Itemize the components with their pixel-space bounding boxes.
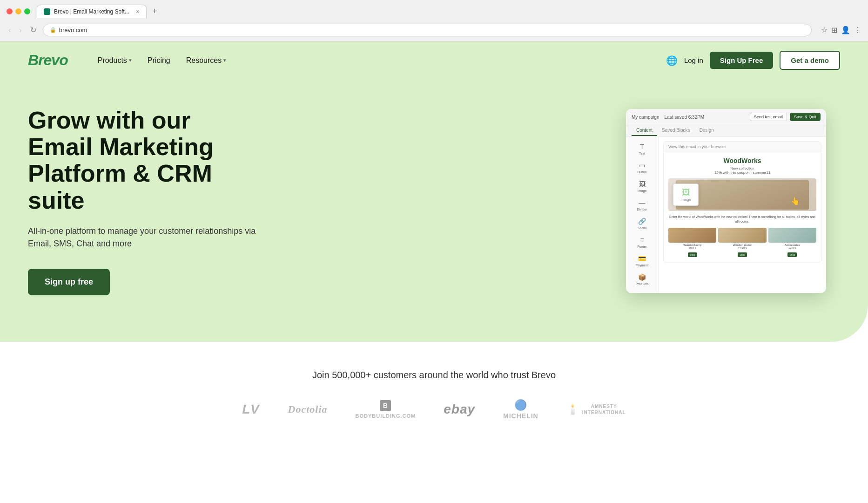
ss-sidebar-social[interactable]: 🔗 Social	[628, 215, 656, 232]
trust-section: Join 500,000+ customers around the world…	[0, 342, 868, 448]
email-desc: Enter the world of WoodWorks with the ne…	[668, 215, 816, 224]
divider-icon: —	[639, 199, 646, 206]
profile-button[interactable]: 👤	[841, 26, 850, 34]
hero-subtitle: All-in-one platform to manage your custo…	[28, 225, 261, 250]
text-icon: T	[640, 143, 644, 150]
screenshot-test-btn[interactable]: Send test email	[750, 113, 787, 121]
screenshot-campaign-title: My campaign Last saved 6:32PM	[632, 115, 704, 120]
email-preview: View this email in your browser WoodWork…	[663, 141, 821, 263]
ss-sidebar-button[interactable]: ▭ Button	[628, 159, 656, 177]
ss-sidebar-footer[interactable]: ≡ Footer	[628, 233, 656, 251]
ss-product-1: Wooden Lamp 29,8 € Shop	[668, 228, 716, 258]
screenshot-save-btn[interactable]: Save & Quit	[790, 113, 821, 121]
screenshot-tab-design[interactable]: Design	[695, 125, 719, 136]
forward-button[interactable]: ›	[17, 25, 23, 35]
product-btn-3[interactable]: Shop	[787, 252, 797, 257]
product-btn-1[interactable]: Shop	[688, 252, 697, 257]
product-image-2	[718, 228, 766, 243]
main-nav: Products ▾ Pricing Resources ▾	[91, 53, 666, 68]
screenshot-topbar: My campaign Last saved 6:32PM Send test …	[626, 109, 826, 125]
url-bar[interactable]: 🔒 brevo.com	[43, 24, 812, 36]
tab-close-icon[interactable]: ×	[136, 8, 140, 15]
product-btn-2[interactable]: Shop	[738, 252, 747, 257]
screenshot-tab-saved[interactable]: Saved Blocks	[657, 125, 695, 136]
logo-ebay: ebay	[444, 402, 475, 417]
logo-amnesty: 🕯️ AMNESTYINTERNATIONAL	[566, 403, 626, 415]
social-icon: 🔗	[638, 218, 646, 225]
minimize-button[interactable]	[15, 8, 21, 14]
ss-sidebar-products[interactable]: 📦 Products	[628, 271, 656, 288]
image-placeholder-icon: 🖼	[677, 188, 694, 197]
nav-resources[interactable]: Resources ▾	[180, 53, 233, 68]
ss-sidebar-image[interactable]: 🖼 Image	[628, 177, 656, 195]
url-text: brevo.com	[59, 27, 87, 34]
logo-bodybuilding: B BODYBUILDING.COM	[356, 400, 416, 419]
image-drop-block[interactable]: 🖼 Image	[673, 184, 699, 206]
hero-section: Grow with our Email Marketing Platform &…	[0, 79, 868, 342]
address-bar-row: ‹ › ↻ 🔒 brevo.com ☆ ⊞ 👤 ⋮	[0, 22, 868, 41]
image-icon: 🖼	[639, 180, 646, 188]
logo-lv: LV	[242, 402, 260, 417]
cursor-icon: 👆	[791, 197, 800, 205]
browser-tab[interactable]: Brevo | Email Marketing Soft... ×	[37, 5, 147, 18]
screenshot-body: T Text ▭ Button 🖼 Image — Divider	[626, 136, 826, 293]
traffic-lights	[7, 8, 30, 14]
bodybuilding-icon: B	[380, 400, 391, 411]
extensions-button[interactable]: ⊞	[831, 26, 837, 34]
ss-sidebar-divider[interactable]: — Divider	[628, 196, 656, 214]
tab-favicon	[44, 8, 50, 15]
menu-button[interactable]: ⋮	[854, 26, 861, 34]
ss-sidebar-payment[interactable]: 💳 Payment	[628, 252, 656, 270]
product-image-3	[768, 228, 816, 243]
back-button[interactable]: ‹	[7, 25, 13, 35]
reload-button[interactable]: ↻	[28, 25, 38, 35]
email-products-grid: Wooden Lamp 29,8 € Shop Wooden platter 4…	[668, 228, 816, 258]
trust-logos: LV Doctolia B BODYBUILDING.COM ebay 🔵 MI…	[28, 399, 840, 420]
product-image-1	[668, 228, 716, 243]
signup-button[interactable]: Sign Up Free	[710, 52, 774, 69]
tab-title: Brevo | Email Marketing Soft...	[54, 8, 129, 15]
bookmark-button[interactable]: ☆	[821, 26, 828, 34]
site-header: Brevo Products ▾ Pricing Resources ▾ 🌐 L…	[0, 41, 868, 79]
ss-product-2: Wooden platter 44,90 € Shop	[718, 228, 766, 258]
demo-button[interactable]: Get a demo	[780, 51, 840, 70]
login-link[interactable]: Log in	[684, 56, 703, 64]
lock-icon: 🔒	[50, 27, 56, 33]
hero-content: Grow with our Email Marketing Platform &…	[28, 107, 261, 295]
trust-title: Join 500,000+ customers around the world…	[28, 370, 840, 381]
maximize-button[interactable]	[24, 8, 30, 14]
products-chevron-icon: ▾	[129, 57, 132, 63]
screenshot-sidebar: T Text ▭ Button 🖼 Image — Divider	[626, 136, 659, 293]
hero-screenshot: My campaign Last saved 6:32PM Send test …	[626, 109, 826, 293]
browser-chrome: Brevo | Email Marketing Soft... × + ‹ › …	[0, 0, 868, 41]
language-button[interactable]: 🌐	[666, 55, 678, 66]
logo-doctolia: Doctolia	[288, 403, 328, 415]
new-tab-button[interactable]: +	[152, 7, 157, 16]
products-icon: 📦	[638, 273, 646, 281]
resources-chevron-icon: ▾	[223, 57, 226, 63]
close-button[interactable]	[7, 8, 13, 14]
email-brand: WoodWorks	[668, 157, 816, 164]
screenshot-tabs: Content Saved Blocks Design	[626, 125, 826, 136]
screenshot-main: View this email in your browser WoodWork…	[659, 136, 826, 293]
email-main-image: 🖼 Image 👆	[668, 178, 816, 211]
screenshot-tab-content[interactable]: Content	[632, 125, 657, 136]
email-collection: New collection 15% with this coupon - su…	[668, 166, 816, 175]
screenshot-topbar-actions: Send test email Save & Quit	[750, 113, 821, 121]
nav-products[interactable]: Products ▾	[91, 53, 138, 68]
nav-pricing[interactable]: Pricing	[141, 53, 177, 68]
ss-sidebar-text[interactable]: T Text	[628, 140, 656, 158]
logo[interactable]: Brevo	[28, 52, 68, 69]
hero-title: Grow with our Email Marketing Platform &…	[28, 107, 261, 214]
logo-michelin: 🔵 MICHELIN	[503, 399, 538, 420]
payment-icon: 💳	[638, 255, 646, 262]
footer-icon: ≡	[640, 236, 644, 244]
button-icon: ▭	[639, 162, 645, 169]
email-body: WoodWorks New collection 15% with this c…	[664, 152, 821, 262]
site-wrapper: Brevo Products ▾ Pricing Resources ▾ 🌐 L…	[0, 41, 868, 448]
email-browser-bar: View this email in your browser	[664, 142, 821, 152]
hero-cta-button[interactable]: Sign up free	[28, 269, 110, 295]
header-actions: 🌐 Log in Sign Up Free Get a demo	[666, 51, 840, 70]
ss-product-3: Accessories 12,9 € Shop	[768, 228, 816, 258]
browser-action-buttons: ☆ ⊞ 👤 ⋮	[821, 26, 861, 34]
